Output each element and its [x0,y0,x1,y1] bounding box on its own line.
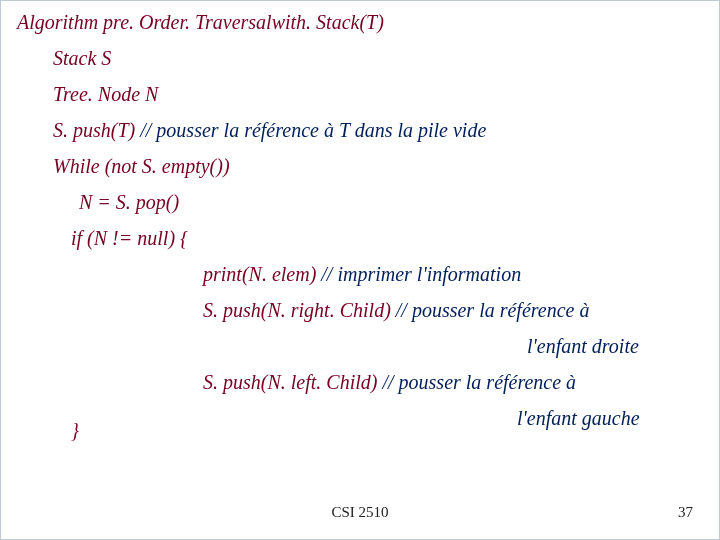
code-comment: // pousser la référence à T dans la pile… [140,119,486,141]
code-text: S. push(T) [53,119,140,141]
code-comment: l'enfant droite [527,335,639,358]
code-text: S. push(N. left. Child) [203,371,382,393]
code-line: S. push(N. right. Child) // pousser la r… [203,299,589,322]
algorithm-title: Algorithm pre. Order. Traversalwith. Sta… [17,11,384,34]
slide: Algorithm pre. Order. Traversalwith. Sta… [0,0,720,540]
code-line: S. push(T) // pousser la référence à T d… [53,119,486,142]
code-line: print(N. elem) // imprimer l'information [203,263,521,286]
page-number: 37 [678,504,693,521]
code-line: if (N != null) { [71,227,188,250]
code-line: Tree. Node N [53,83,158,106]
code-comment: l'enfant gauche [517,407,640,430]
code-comment: // imprimer l'information [321,263,521,285]
code-line: While (not S. empty()) [53,155,230,178]
code-text: S. push(N. right. Child) [203,299,396,321]
code-line: Stack S [53,47,111,70]
code-line: } [71,419,79,442]
code-line: N = S. pop() [79,191,179,214]
code-line: S. push(N. left. Child) // pousser la ré… [203,371,576,394]
code-comment: // pousser la référence à [396,299,590,321]
code-comment: // pousser la référence à [382,371,576,393]
footer-center: CSI 2510 [1,504,719,521]
code-text: print(N. elem) [203,263,321,285]
